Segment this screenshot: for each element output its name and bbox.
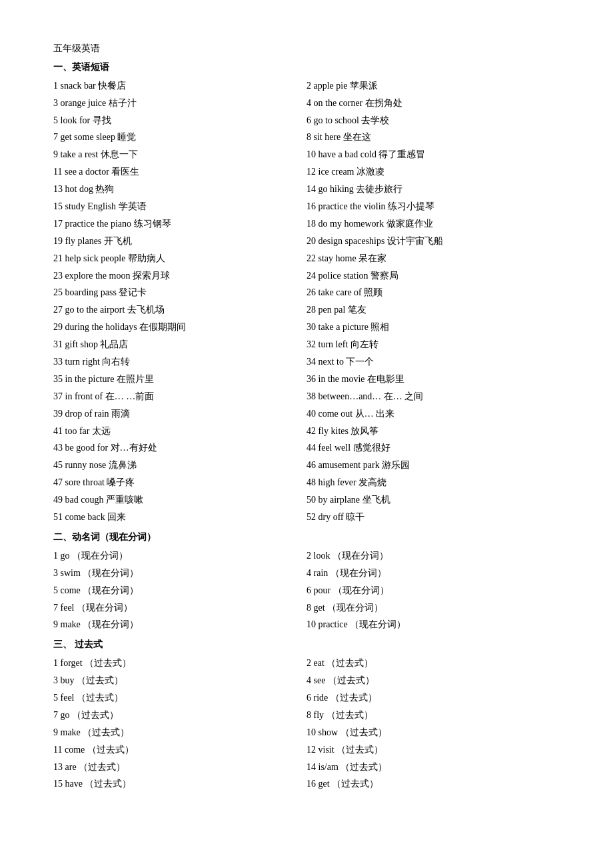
list-item: 24 police station 警察局 <box>306 267 560 285</box>
list-item: 25 boarding pass 登记卡 <box>53 284 306 301</box>
section-heading-pasttense: 三、 过去式 <box>53 636 560 653</box>
list-item: 36 in the movie 在电影里 <box>306 371 560 388</box>
list-item: 3 orange juice 桔子汁 <box>53 95 306 112</box>
list-item: 13 are （过去式） <box>53 759 306 776</box>
section-pasttense: 三、 过去式 1 forget （过去式）2 eat （过去式）3 buy （过… <box>53 636 560 793</box>
list-item: 3 swim （现在分词） <box>53 565 306 582</box>
list-item: 1 go （现在分词） <box>53 547 306 565</box>
list-item: 16 practice the violin 练习小提琴 <box>306 198 560 215</box>
list-item: 12 ice cream 冰激凌 <box>306 163 560 181</box>
page-container: 五年级英语 一、英语短语 1 snack bar 快餐店2 apple pie … <box>53 40 560 793</box>
list-item: 10 practice （现在分词） <box>306 616 560 633</box>
list-item: 15 have （过去式） <box>53 775 306 793</box>
list-item: 6 pour （现在分词） <box>306 582 560 599</box>
list-item: 51 come back 回来 <box>53 509 306 526</box>
list-item: 7 feel （现在分词） <box>53 599 306 617</box>
list-item: 35 in the picture 在照片里 <box>53 371 306 388</box>
list-item: 29 during the holidays 在假期期间 <box>53 319 306 336</box>
list-item: 40 come out 从… 出来 <box>306 405 560 423</box>
list-item: 22 stay home 呆在家 <box>306 250 560 267</box>
list-item: 17 practice the piano 练习钢琴 <box>53 215 306 233</box>
list-item: 18 do my homework 做家庭作业 <box>306 215 560 233</box>
list-item: 52 dry off 晾干 <box>306 509 560 526</box>
list-item: 37 in front of 在… …前面 <box>53 388 306 405</box>
list-item: 7 go （过去式） <box>53 707 306 724</box>
list-item: 5 look for 寻找 <box>53 112 306 129</box>
list-item: 4 on the corner 在拐角处 <box>306 95 560 112</box>
list-item: 11 come （过去式） <box>53 741 306 759</box>
list-item: 47 sore throat 嗓子疼 <box>53 474 306 491</box>
list-item: 34 next to 下一个 <box>306 353 560 371</box>
list-item: 14 go hiking 去徒步旅行 <box>306 181 560 198</box>
list-item: 7 get some sleep 睡觉 <box>53 129 306 146</box>
gerunds-grid: 1 go （现在分词）2 look （现在分词）3 swim （现在分词）4 r… <box>53 547 560 633</box>
list-item: 10 have a bad cold 得了重感冒 <box>306 146 560 163</box>
section-heading-gerunds: 二、动名词（现在分词） <box>53 529 560 546</box>
list-item: 20 design spaceships 设计宇宙飞船 <box>306 233 560 250</box>
list-item: 28 pen pal 笔友 <box>306 301 560 319</box>
list-item: 45 runny nose 流鼻涕 <box>53 457 306 474</box>
section-phrases: 一、英语短语 1 snack bar 快餐店2 apple pie 苹果派3 o… <box>53 59 560 526</box>
list-item: 5 come （现在分词） <box>53 582 306 599</box>
list-item: 16 get （过去式） <box>306 775 560 793</box>
list-item: 2 look （现在分词） <box>306 547 560 565</box>
list-item: 9 take a rest 休息一下 <box>53 146 306 163</box>
list-item: 23 explore the moon 探索月球 <box>53 267 306 285</box>
list-item: 42 fly kites 放风筝 <box>306 423 560 440</box>
list-item: 5 feel （过去式） <box>53 689 306 707</box>
list-item: 11 see a doctor 看医生 <box>53 163 306 181</box>
list-item: 8 get （现在分词） <box>306 599 560 617</box>
list-item: 50 by airplane 坐飞机 <box>306 491 560 509</box>
section-gerunds: 二、动名词（现在分词） 1 go （现在分词）2 look （现在分词）3 sw… <box>53 529 560 633</box>
list-item: 4 rain （现在分词） <box>306 565 560 582</box>
list-item: 3 buy （过去式） <box>53 672 306 689</box>
list-item: 8 fly （过去式） <box>306 707 560 724</box>
section-heading-phrases: 一、英语短语 <box>53 59 560 76</box>
list-item: 32 turn left 向左转 <box>306 336 560 353</box>
list-item: 19 fly planes 开飞机 <box>53 233 306 250</box>
list-item: 43 be good for 对…有好处 <box>53 439 306 457</box>
list-item: 41 too far 太远 <box>53 423 306 440</box>
list-item: 9 make （现在分词） <box>53 616 306 633</box>
list-item: 27 go to the airport 去飞机场 <box>53 301 306 319</box>
list-item: 6 go to school 去学校 <box>306 112 560 129</box>
list-item: 31 gift shop 礼品店 <box>53 336 306 353</box>
list-item: 13 hot dog 热狗 <box>53 181 306 198</box>
list-item: 44 feel well 感觉很好 <box>306 439 560 457</box>
list-item: 14 is/am （过去式） <box>306 759 560 776</box>
pasttense-grid: 1 forget （过去式）2 eat （过去式）3 buy （过去式）4 se… <box>53 655 560 793</box>
list-item: 1 forget （过去式） <box>53 655 306 672</box>
list-item: 2 eat （过去式） <box>306 655 560 672</box>
list-item: 30 take a picture 照相 <box>306 319 560 336</box>
list-item: 21 help sick people 帮助病人 <box>53 250 306 267</box>
list-item: 4 see （过去式） <box>306 672 560 689</box>
list-item: 9 make （过去式） <box>53 724 306 741</box>
phrases-grid: 1 snack bar 快餐店2 apple pie 苹果派3 orange j… <box>53 77 560 526</box>
list-item: 46 amusement park 游乐园 <box>306 457 560 474</box>
list-item: 49 bad cough 严重咳嗽 <box>53 491 306 509</box>
list-item: 1 snack bar 快餐店 <box>53 77 306 95</box>
list-item: 10 show （过去式） <box>306 724 560 741</box>
list-item: 6 ride （过去式） <box>306 689 560 707</box>
list-item: 8 sit here 坐在这 <box>306 129 560 146</box>
page-title: 五年级英语 <box>53 40 560 57</box>
list-item: 12 visit （过去式） <box>306 741 560 759</box>
list-item: 38 between…and… 在… 之间 <box>306 388 560 405</box>
list-item: 15 study English 学英语 <box>53 198 306 215</box>
list-item: 33 turn right 向右转 <box>53 353 306 371</box>
list-item: 26 take care of 照顾 <box>306 284 560 301</box>
list-item: 39 drop of rain 雨滴 <box>53 405 306 423</box>
list-item: 48 high fever 发高烧 <box>306 474 560 491</box>
list-item: 2 apple pie 苹果派 <box>306 77 560 95</box>
